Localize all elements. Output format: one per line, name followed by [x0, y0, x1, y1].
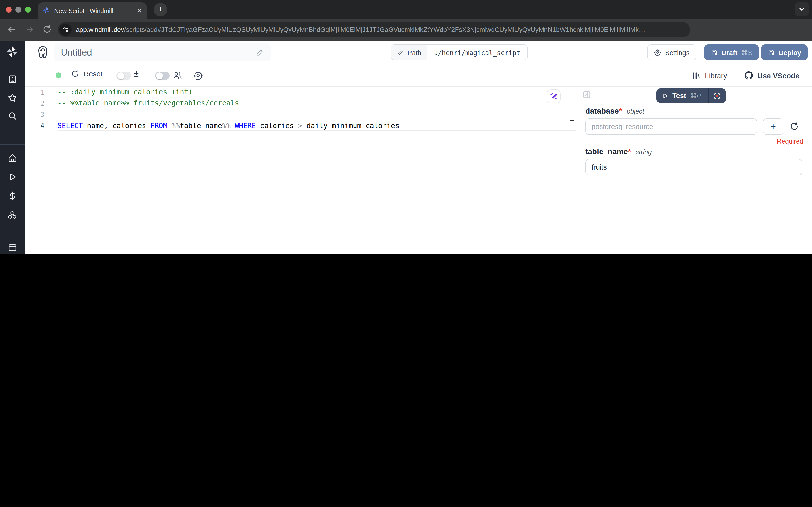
draft-label: Draft [721, 49, 737, 56]
line-number: 2 [25, 99, 45, 107]
diff-icon: ± [134, 69, 139, 79]
use-vscode-label: Use VScode [758, 71, 800, 79]
tab-search-button[interactable] [795, 2, 809, 16]
sidebar-item-variables[interactable] [0, 191, 25, 201]
mac-zoom-button[interactable] [25, 7, 31, 12]
field-label-table-name: table_name*string [585, 148, 652, 156]
script-header: Untitled Path u/henri/magical_script Set… [25, 41, 812, 64]
sidebar-item-schedules[interactable] [0, 243, 25, 252]
path-widget[interactable]: Path u/henri/magical_script [391, 45, 528, 60]
browser-tab[interactable]: New Script | Windmill ✕ [38, 2, 147, 19]
refresh-resources-icon[interactable] [790, 122, 799, 131]
windmill-logo[interactable] [0, 45, 25, 58]
diff-toggle[interactable] [116, 71, 131, 80]
script-title: Untitled [61, 47, 256, 58]
reset-button[interactable]: Reset [71, 70, 103, 78]
browser-tabbar: New Script | Windmill ✕ + [0, 0, 812, 19]
settings-label: Settings [665, 49, 690, 56]
capture-test-icon[interactable] [708, 89, 726, 103]
tab-close-icon[interactable]: ✕ [137, 7, 142, 14]
editor-settings-gear-icon[interactable] [193, 70, 203, 80]
reset-label: Reset [83, 70, 103, 78]
mac-close-button[interactable] [6, 7, 12, 12]
back-icon[interactable] [7, 25, 16, 34]
line-number: 1 [25, 88, 45, 96]
code-editor[interactable]: 1 -- :daily_minimum_calories (int) 2 -- … [25, 87, 576, 253]
sidebar-item-workspace[interactable] [0, 74, 25, 84]
script-title-input[interactable]: Untitled [54, 44, 271, 61]
forward-icon[interactable] [25, 25, 35, 34]
tab-title: New Script | Windmill [54, 7, 133, 14]
collapse-panel-icon[interactable] [582, 91, 591, 99]
app-sidebar [0, 41, 25, 253]
test-label: Test [672, 92, 686, 100]
sidebar-item-home[interactable] [0, 153, 25, 163]
database-input[interactable] [585, 118, 757, 135]
browser-urlbar: app.windmill.dev /scripts/add#JTdCJTIyaG… [0, 19, 812, 41]
ai-assistant-button[interactable] [547, 90, 561, 103]
code-line-2: -- %%table_name%% fruits/vegetables/cere… [58, 98, 576, 109]
required-badge: Required [777, 138, 803, 145]
code-line-1: -- :daily_minimum_calories (int) [58, 87, 576, 98]
path-value: u/henri/magical_script [427, 45, 527, 60]
library-label: Library [705, 71, 727, 79]
reload-icon[interactable] [43, 25, 52, 34]
table-name-input[interactable] [585, 159, 802, 175]
editor-toolbar: Reset ± Library Use VScode [25, 64, 812, 87]
status-dot [56, 72, 61, 78]
path-label: Path [407, 49, 421, 56]
add-resource-button[interactable]: + [763, 118, 784, 135]
url-address-bar[interactable]: app.windmill.dev /scripts/add#JTdCJTIyaG… [58, 22, 690, 37]
test-shortcut: ⌘↵ [690, 92, 702, 100]
test-button-group: Test ⌘↵ [656, 89, 726, 103]
url-domain: app.windmill.dev [76, 26, 124, 33]
library-button[interactable]: Library [692, 71, 727, 79]
windmill-favicon [43, 7, 50, 14]
path-label-segment[interactable]: Path [391, 45, 427, 60]
sidebar-item-favorites[interactable] [0, 93, 25, 103]
code-line-4: SELECT name, calories FROM %%table_name%… [58, 120, 576, 131]
multiplayer-toggle[interactable] [155, 71, 170, 80]
line-number-active: 4 [25, 122, 45, 129]
edit-pencil-icon[interactable] [256, 48, 264, 57]
new-tab-button[interactable]: + [154, 3, 167, 16]
deploy-button[interactable]: Deploy [761, 45, 807, 60]
postgresql-icon [36, 45, 49, 59]
scrollbar-cursor-mark [570, 120, 574, 121]
mac-minimize-button[interactable] [15, 7, 21, 12]
test-button[interactable]: Test ⌘↵ [656, 89, 708, 103]
field-label-database: database*object [585, 107, 644, 115]
draft-shortcut: ⌘S [741, 49, 753, 56]
sidebar-item-search[interactable] [0, 111, 25, 121]
screen: New Script | Windmill ✕ + app.windmill.d… [0, 0, 812, 253]
site-settings-icon[interactable] [59, 24, 71, 36]
url-path: /scripts/add#JTdCJTIyaGFzaCUyMiUzQSUyMiU… [124, 26, 684, 33]
sidebar-item-runs[interactable] [0, 172, 25, 182]
sidebar-item-resources[interactable] [0, 210, 25, 220]
settings-button[interactable]: Settings [647, 45, 696, 60]
multiplayer-users-icon [173, 70, 183, 81]
deploy-label: Deploy [779, 49, 801, 56]
app-main: Untitled Path u/henri/magical_script Set… [25, 41, 812, 253]
draft-button[interactable]: Draft ⌘S [704, 45, 759, 60]
use-vscode-button[interactable]: Use VScode [745, 71, 800, 80]
code-line-3 [58, 109, 576, 120]
line-number: 3 [25, 110, 45, 118]
test-panel: Test ⌘↵ database*object + Required table… [576, 87, 812, 253]
